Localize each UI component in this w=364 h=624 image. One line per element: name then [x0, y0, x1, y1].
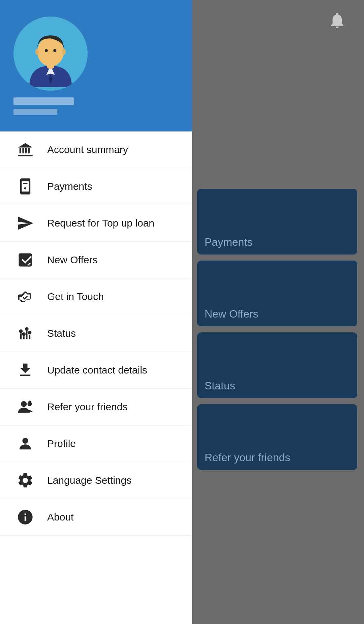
svg-point-13: [28, 331, 32, 334]
info-icon: [13, 508, 37, 526]
new-offers-card[interactable]: New Offers: [197, 261, 357, 326]
payments-card-label: Payments: [205, 236, 252, 248]
status-card[interactable]: Status: [197, 332, 357, 398]
bell-button[interactable]: [324, 7, 351, 34]
user-name-bar: [13, 97, 74, 105]
status-label: Status: [47, 328, 76, 339]
profile-header: [0, 0, 192, 131]
svg-point-7: [35, 49, 39, 55]
sidebar-item-new-offers[interactable]: New Offers: [0, 242, 192, 278]
svg-point-11: [22, 332, 26, 336]
refer-icon: [13, 398, 37, 416]
gear-icon: [13, 472, 37, 489]
profile-label: Profile: [47, 438, 76, 449]
right-cards-container: Payments New Offers Status Refer your fr…: [197, 189, 357, 470]
svg-point-10: [19, 329, 23, 333]
new-offers-card-label: New Offers: [205, 308, 258, 320]
get-in-touch-label: Get in Touch: [47, 291, 104, 302]
sidebar-item-update-contact[interactable]: Update contact details: [0, 352, 192, 389]
svg-point-12: [25, 327, 29, 331]
svg-point-8: [62, 49, 66, 55]
arrow-send-icon: [13, 214, 37, 232]
svg-point-14: [21, 401, 27, 407]
bank-icon: [13, 141, 37, 158]
refer-card[interactable]: Refer your friends: [197, 404, 357, 470]
sidebar-item-about[interactable]: About: [0, 499, 192, 536]
user-detail-bar: [13, 109, 57, 115]
svg-point-5: [45, 49, 48, 52]
sidebar-drawer: Account summary Payments Request for Top…: [0, 0, 192, 624]
sidebar-item-get-in-touch[interactable]: Get in Touch: [0, 278, 192, 315]
sidebar-item-topup-loan[interactable]: Request for Top up loan: [0, 205, 192, 242]
language-settings-label: Language Settings: [47, 475, 131, 486]
payments-card[interactable]: Payments: [197, 189, 357, 255]
status-card-label: Status: [205, 380, 235, 392]
sidebar-item-refer-friends[interactable]: Refer your friends: [0, 389, 192, 425]
topup-loan-label: Request for Top up loan: [47, 217, 154, 229]
offers-icon: [13, 251, 37, 269]
update-contact-label: Update contact details: [47, 364, 147, 376]
refer-friends-label: Refer your friends: [47, 401, 127, 413]
avatar-image: [20, 20, 81, 87]
svg-point-6: [53, 49, 56, 52]
svg-point-17: [22, 438, 28, 444]
upload-icon: [13, 361, 37, 379]
about-label: About: [47, 511, 73, 523]
sidebar-item-profile[interactable]: Profile: [0, 425, 192, 462]
avatar: [13, 17, 88, 91]
handshake-icon: [13, 288, 37, 305]
sidebar-item-status[interactable]: Status: [0, 315, 192, 352]
sidebar-item-language-settings[interactable]: Language Settings: [0, 462, 192, 499]
account-summary-label: Account summary: [47, 144, 128, 155]
payments-icon: [13, 178, 37, 195]
new-offers-label: New Offers: [47, 254, 98, 266]
refer-card-label: Refer your friends: [205, 451, 290, 464]
profile-person-icon: [13, 435, 37, 452]
bell-icon: [328, 11, 346, 30]
menu-list: Account summary Payments Request for Top…: [0, 131, 192, 536]
sidebar-item-account-summary[interactable]: Account summary: [0, 131, 192, 168]
payments-label: Payments: [47, 181, 92, 192]
status-chart-icon: [13, 325, 37, 342]
sidebar-item-payments[interactable]: Payments: [0, 168, 192, 205]
